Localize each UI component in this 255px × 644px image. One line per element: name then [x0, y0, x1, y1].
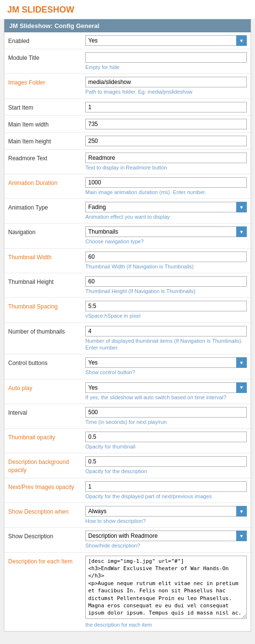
input-thumbnail_height[interactable] — [85, 276, 247, 287]
label-show_description: Show Description — [8, 531, 85, 541]
label-interval: Interval — [8, 407, 85, 417]
select-wrapper-show_description: Description with ReadmoreDescription onl… — [85, 531, 247, 541]
form-row-interval: IntervalTime (in seconds) for next play/… — [4, 404, 251, 429]
label-main_item_width: Main Item width — [8, 119, 85, 129]
form-row-desc_bg_opacity: Description background opacityOpacity fo… — [4, 453, 251, 478]
textarea-wrapper-desc_each_item — [85, 556, 247, 620]
hint-thumbnail_height: Thumbnail Height (If Navigation is Thumb… — [85, 288, 247, 294]
label-thumbnail_height: Thumbnail Height — [8, 276, 85, 286]
label-navigation: Navigation — [8, 226, 85, 237]
select-wrapper-control_buttons: YesNo — [85, 357, 247, 368]
field-nextprev_opacity: Opacity for the displayed part of next/p… — [85, 481, 247, 500]
form-row-enabled: EnabledYesNo — [4, 32, 251, 49]
select-wrapper-auto_play: YesNo — [85, 382, 247, 393]
field-main_item_width — [85, 119, 247, 129]
hint-num_thumbnails: Number of displayed thumbnail items (If … — [85, 337, 247, 351]
form-row-thumbnail_width: Thumbnail WidthThumbnail Width (If Navig… — [4, 249, 251, 273]
field-start_item — [85, 102, 247, 112]
hint-control_buttons: Show control button? — [85, 369, 247, 376]
label-thumbnail_spacing: Thumbnail Spacing — [8, 301, 85, 311]
input-thumbnail_spacing[interactable] — [85, 301, 247, 311]
select-wrapper-navigation: ThumbnailsDotsNone — [85, 226, 247, 237]
hint-animation_duration: Main image animation duration (ms). Ente… — [85, 189, 247, 196]
form-row-readmore_text: Readmore TextText to display in Readmore… — [4, 150, 251, 174]
form-row-images_folder: Images FolderPath to images folder. Eg: … — [4, 74, 251, 98]
field-thumbnail_height: Thumbnail Height (If Navigation is Thumb… — [85, 276, 247, 294]
form-row-animation_duration: Animation DurationMain image animation d… — [4, 174, 251, 199]
label-animation_duration: Animation Duration — [8, 177, 85, 187]
label-auto_play: Auto play — [8, 382, 85, 392]
form-row-show_description: Show DescriptionDescription with Readmor… — [4, 528, 251, 552]
form-row-main_item_height: Main Item height — [4, 133, 251, 150]
form-row-thumbnail_opacity: Thumbnail opacityOpacity for thumbnail — [4, 429, 251, 453]
field-desc_bg_opacity: Opacity for the description — [85, 456, 247, 475]
label-main_item_height: Main Item height — [8, 136, 85, 146]
input-main_item_height[interactable] — [85, 136, 247, 146]
field-module_title: Empty for hide — [85, 52, 247, 70]
input-nextprev_opacity[interactable] — [85, 481, 247, 492]
input-main_item_width[interactable] — [85, 119, 247, 129]
field-thumbnail_width: Thumbnail Width (If Navigation is Thumbn… — [85, 252, 247, 270]
hint-auto_play: If yes, the slideshow will auto switch b… — [85, 394, 247, 401]
label-start_item: Start Item — [8, 102, 85, 112]
label-desc_each_item: Description for each Item — [8, 556, 85, 566]
input-interval[interactable] — [85, 407, 247, 418]
field-main_item_height — [85, 136, 247, 146]
field-animation_type: FadingSlidingAnimation effect you want t… — [85, 202, 247, 220]
select-show_description[interactable]: Description with ReadmoreDescription onl… — [85, 531, 247, 541]
label-readmore_text: Readmore Text — [8, 153, 85, 163]
form-row-desc_each_item: Description for each Itemthe description… — [4, 553, 251, 631]
label-show_desc_when: Show Description when — [8, 506, 85, 516]
label-nextprev_opacity: Next/Prev Images opacity — [8, 481, 85, 491]
form-row-navigation: NavigationThumbnailsDotsNoneChoose navig… — [4, 224, 251, 248]
hint-desc_each_item: the description for each item — [85, 621, 247, 628]
input-start_item[interactable] — [85, 102, 247, 112]
form-row-auto_play: Auto playYesNoIf yes, the slideshow will… — [4, 379, 251, 404]
field-control_buttons: YesNoShow control button? — [85, 357, 247, 376]
select-control_buttons[interactable]: YesNo — [85, 357, 247, 368]
select-show_desc_when[interactable]: AlwaysOn HoverNever — [85, 506, 247, 517]
select-navigation[interactable]: ThumbnailsDotsNone — [85, 226, 247, 237]
field-show_desc_when: AlwaysOn HoverNeverHow to show descripti… — [85, 506, 247, 524]
input-readmore_text[interactable] — [85, 153, 247, 163]
input-animation_duration[interactable] — [85, 177, 247, 188]
label-thumbnail_width: Thumbnail Width — [8, 252, 85, 262]
form-row-thumbnail_spacing: Thumbnail SpacingvSpace:hSpace in pixel — [4, 298, 251, 322]
field-navigation: ThumbnailsDotsNoneChoose navigation type… — [85, 226, 247, 245]
input-module_title[interactable] — [85, 52, 247, 63]
field-desc_each_item: the description for each item — [85, 556, 247, 628]
form-row-nextprev_opacity: Next/Prev Images opacityOpacity for the … — [4, 478, 251, 503]
field-num_thumbnails: Number of displayed thumbnail items (If … — [85, 326, 247, 351]
form-row-module_title: Module TitleEmpty for hide — [4, 49, 251, 74]
textarea-desc_each_item[interactable] — [85, 556, 247, 619]
hint-thumbnail_width: Thumbnail Width (If Navigation is Thumbn… — [85, 263, 247, 270]
input-thumbnail_opacity[interactable] — [85, 432, 247, 442]
input-desc_bg_opacity[interactable] — [85, 456, 247, 467]
hint-desc_bg_opacity: Opacity for the description — [85, 468, 247, 475]
form-row-thumbnail_height: Thumbnail HeightThumbnail Height (If Nav… — [4, 273, 251, 298]
form-row-control_buttons: Control buttonsYesNoShow control button? — [4, 354, 251, 379]
panel-header: JM Slideshow: Config General — [4, 19, 251, 32]
input-num_thumbnails[interactable] — [85, 326, 247, 336]
field-auto_play: YesNoIf yes, the slideshow will auto swi… — [85, 382, 247, 401]
hint-show_description: Show/hide description? — [85, 542, 247, 549]
field-enabled: YesNo — [85, 35, 247, 46]
input-thumbnail_width[interactable] — [85, 252, 247, 262]
field-animation_duration: Main image animation duration (ms). Ente… — [85, 177, 247, 196]
form-row-main_item_width: Main Item width — [4, 116, 251, 133]
input-images_folder[interactable] — [85, 77, 247, 87]
label-enabled: Enabled — [8, 35, 85, 45]
label-desc_bg_opacity: Description background opacity — [8, 456, 85, 475]
select-auto_play[interactable]: YesNo — [85, 382, 247, 393]
label-control_buttons: Control buttons — [8, 357, 85, 367]
select-animation_type[interactable]: FadingSliding — [85, 202, 247, 212]
hint-animation_type: Animation effect you want to display — [85, 213, 247, 220]
hint-thumbnail_spacing: vSpace:hSpace in pixel — [85, 312, 247, 319]
hint-images_folder: Path to images folder. Eg: media/jmslide… — [85, 88, 247, 95]
select-enabled[interactable]: YesNo — [85, 35, 247, 46]
hint-interval: Time (in seconds) for next play/run — [85, 419, 247, 425]
field-images_folder: Path to images folder. Eg: media/jmslide… — [85, 77, 247, 95]
hint-nextprev_opacity: Opacity for the displayed part of next/p… — [85, 493, 247, 500]
hint-module_title: Empty for hide — [85, 64, 247, 70]
form-row-num_thumbnails: Number of thumbnailsNumber of displayed … — [4, 323, 251, 355]
